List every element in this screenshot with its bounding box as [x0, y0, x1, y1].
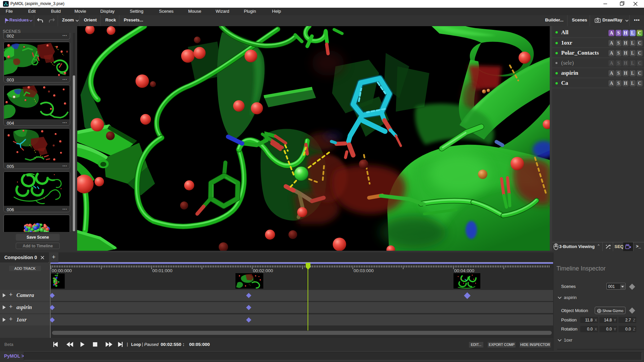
svg-text:00:00:000: 00:00:000	[52, 268, 72, 273]
svg-text:00:03:000: 00:03:000	[354, 268, 374, 273]
svg-text:00:04:000: 00:04:000	[454, 268, 474, 273]
svg-text:00:01:000: 00:01:000	[152, 268, 172, 273]
svg-text:00:02:000: 00:02:000	[253, 268, 273, 273]
